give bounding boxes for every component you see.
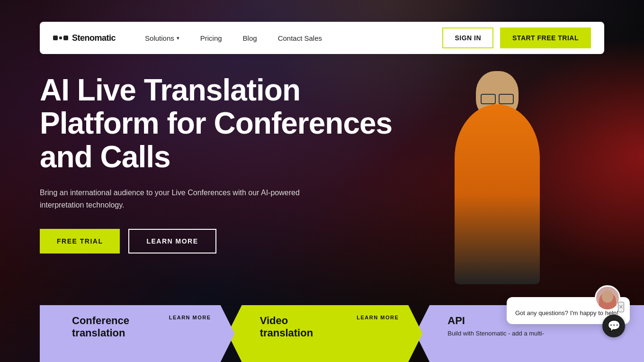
hero-buttons: FREE TRIAL LEARN MORE xyxy=(40,229,409,253)
nav-links: Solutions ▾ Pricing Blog Contact Sales xyxy=(134,22,442,54)
hero-content: AI Live Translation Platform for Confere… xyxy=(40,73,409,253)
chat-close-button[interactable]: × xyxy=(618,302,624,312)
chat-widget: × Got any questions? I'm happy to help! xyxy=(507,297,630,325)
chat-bubble-button[interactable] xyxy=(602,315,625,337)
hero-subtitle: Bring an international audience to your … xyxy=(40,187,314,211)
nav-buttons: SIGN IN START FREE TRIAL xyxy=(442,27,591,48)
nav-pricing[interactable]: Pricing xyxy=(190,22,233,54)
logo-area: Stenomatic xyxy=(53,33,116,43)
hero-title: AI Live Translation Platform for Confere… xyxy=(40,73,409,173)
card-video-content: Videotranslation xyxy=(241,315,313,340)
nav-solutions[interactable]: Solutions ▾ xyxy=(134,22,190,54)
chat-avatar xyxy=(595,285,620,311)
card-conference-learn-more[interactable]: LEARN MORE xyxy=(169,315,211,320)
card-video-title: Videotranslation xyxy=(260,315,313,340)
navbar: Stenomatic Solutions ▾ Pricing Blog Cont… xyxy=(40,22,604,54)
card-conference-content: Conferencetranslation xyxy=(53,315,129,340)
card-video: LEARN MORE Videotranslation xyxy=(228,305,423,362)
nav-contact-sales[interactable]: Contact Sales xyxy=(268,22,332,54)
speaker-body xyxy=(455,104,540,284)
speaker-illustration xyxy=(445,62,549,284)
card-api-desc: Build with Stenomatic - add a multi- xyxy=(447,330,544,337)
free-trial-button[interactable]: FREE TRIAL xyxy=(40,229,120,253)
nav-blog[interactable]: Blog xyxy=(233,22,268,54)
logo-text: Stenomatic xyxy=(72,33,116,43)
start-trial-button[interactable]: START FREE TRIAL xyxy=(500,27,591,48)
card-video-learn-more[interactable]: LEARN MORE xyxy=(357,315,399,320)
speaker-glasses xyxy=(481,94,514,102)
logo-icon xyxy=(53,36,68,40)
card-conference: LEARN MORE Conferencetranslation xyxy=(40,305,235,362)
learn-more-button[interactable]: LEARN MORE xyxy=(128,229,216,253)
card-conference-title: Conferencetranslation xyxy=(72,315,129,340)
chevron-down-icon: ▾ xyxy=(177,35,179,41)
signin-button[interactable]: SIGN IN xyxy=(442,27,493,48)
